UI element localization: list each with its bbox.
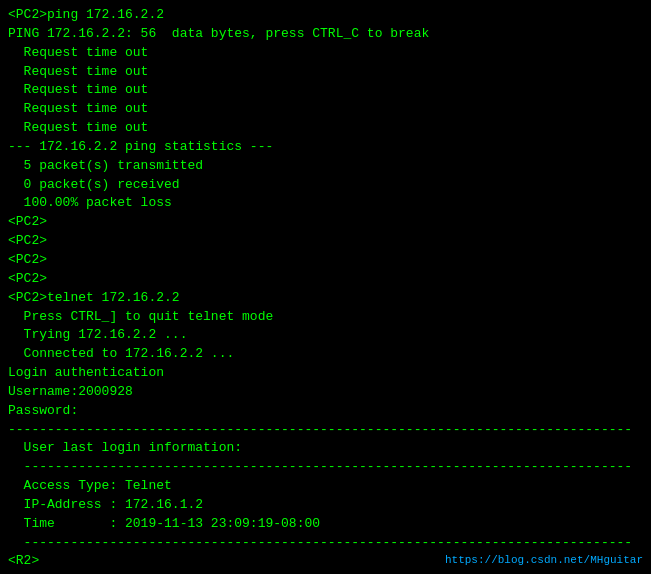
terminal-output: <PC2>ping 172.16.2.2PING 172.16.2.2: 56 … <box>8 6 643 571</box>
terminal-line-username: Username:2000928 <box>8 383 643 402</box>
terminal-line-ip-address: IP-Address : 172.16.1.2 <box>8 496 643 515</box>
terminal-line-ping-header: PING 172.16.2.2: 56 data bytes, press CT… <box>8 25 643 44</box>
terminal-line-timeout4: Request time out <box>8 100 643 119</box>
terminal-line-timeout2: Request time out <box>8 63 643 82</box>
terminal-line-password: Password: <box>8 402 643 421</box>
terminal-line-stats-header: --- 172.16.2.2 ping statistics --- <box>8 138 643 157</box>
terminal-line-timeout5: Request time out <box>8 119 643 138</box>
terminal-line-stats1: 5 packet(s) transmitted <box>8 157 643 176</box>
terminal-line-divider3: ----------------------------------------… <box>8 534 643 553</box>
terminal-line-timeout1: Request time out <box>8 44 643 63</box>
terminal-line-divider2: ----------------------------------------… <box>8 458 643 477</box>
terminal-line-telnet-connected: Connected to 172.16.2.2 ... <box>8 345 643 364</box>
terminal-line-cmd-ping: <PC2>ping 172.16.2.2 <box>8 6 643 25</box>
terminal-line-stats2: 0 packet(s) received <box>8 176 643 195</box>
watermark: https://blog.csdn.net/MHguitar <box>445 554 643 566</box>
terminal-line-telnet-trying: Trying 172.16.2.2 ... <box>8 326 643 345</box>
terminal-line-prompt3: <PC2> <box>8 251 643 270</box>
terminal-line-divider1: ----------------------------------------… <box>8 421 643 440</box>
terminal-line-stats3: 100.00% packet loss <box>8 194 643 213</box>
terminal-line-user-last-login: User last login information: <box>8 439 643 458</box>
terminal-line-prompt1: <PC2> <box>8 213 643 232</box>
terminal-line-timeout3: Request time out <box>8 81 643 100</box>
terminal-line-cmd-telnet: <PC2>telnet 172.16.2.2 <box>8 289 643 308</box>
terminal-line-time: Time : 2019-11-13 23:09:19-08:00 <box>8 515 643 534</box>
terminal-line-access-type: Access Type: Telnet <box>8 477 643 496</box>
terminal-line-prompt2: <PC2> <box>8 232 643 251</box>
terminal-line-login-auth: Login authentication <box>8 364 643 383</box>
terminal-line-telnet-ctrlhint: Press CTRL_] to quit telnet mode <box>8 308 643 327</box>
terminal-window: <PC2>ping 172.16.2.2PING 172.16.2.2: 56 … <box>0 0 651 574</box>
terminal-line-prompt4: <PC2> <box>8 270 643 289</box>
